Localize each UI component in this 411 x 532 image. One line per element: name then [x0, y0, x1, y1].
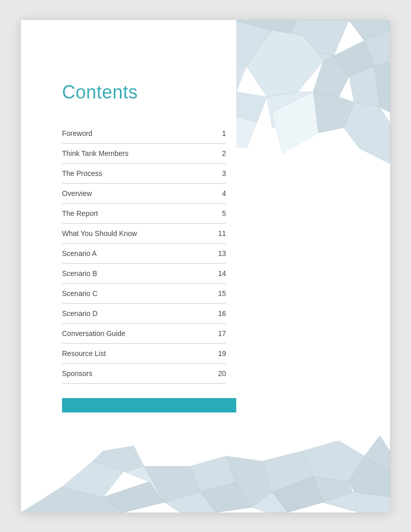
toc-item-label: What You Should Know — [62, 229, 137, 238]
toc-item: The Report5 — [62, 204, 226, 224]
toc-item-page: 20 — [216, 369, 226, 378]
toc-item-page: 16 — [216, 309, 226, 318]
toc-item: Scenario D16 — [62, 304, 226, 324]
toc-item-label: Overview — [62, 189, 92, 198]
toc-item-label: Scenario B — [62, 269, 97, 278]
toc-item-label: Think Tank Members — [62, 149, 129, 157]
toc-item-page: 2 — [216, 149, 226, 157]
toc-item-page: 5 — [216, 209, 226, 218]
toc-item-page: 17 — [216, 329, 226, 338]
page-title: Contents — [21, 20, 390, 103]
svg-marker-20 — [344, 102, 390, 164]
toc-item-label: Scenario D — [62, 309, 97, 318]
toc-item: Scenario C15 — [62, 284, 226, 304]
toc-item-label: Sponsors — [62, 369, 92, 378]
toc-item: Scenario A13 — [62, 244, 226, 264]
toc-item: Sponsors20 — [62, 364, 226, 384]
toc-item-label: Scenario A — [62, 249, 97, 258]
toc-item-page: 13 — [216, 249, 226, 258]
toc-item-page: 3 — [216, 169, 226, 178]
toc-item-label: The Report — [62, 209, 98, 218]
toc-item-label: The Process — [62, 169, 102, 178]
teal-bar — [62, 398, 236, 412]
toc-container: Foreword1Think Tank Members2The Process3… — [62, 124, 226, 384]
toc-item-page: 11 — [216, 229, 226, 238]
toc-item-page: 14 — [216, 269, 226, 278]
toc-item-label: Conversation Guide — [62, 329, 126, 338]
toc-item: The Process3 — [62, 164, 226, 184]
page: Contents Foreword1Think Tank Members2The… — [21, 20, 390, 513]
toc-item-label: Foreword — [62, 129, 92, 137]
toc-item-page: 1 — [216, 129, 226, 137]
toc-item: What You Should Know11 — [62, 224, 226, 244]
toc-item: Think Tank Members2 — [62, 144, 226, 164]
toc-item-label: Resource List — [62, 349, 106, 358]
toc-item: Scenario B14 — [62, 264, 226, 284]
toc-item-page: 19 — [216, 349, 226, 358]
toc-item-page: 15 — [216, 289, 226, 298]
toc-item: Overview4 — [62, 184, 226, 204]
toc-item-page: 4 — [216, 189, 226, 198]
toc-item-label: Scenario C — [62, 289, 97, 298]
toc-item: Resource List19 — [62, 344, 226, 364]
toc-item: Conversation Guide17 — [62, 324, 226, 344]
toc-item: Foreword1 — [62, 124, 226, 144]
